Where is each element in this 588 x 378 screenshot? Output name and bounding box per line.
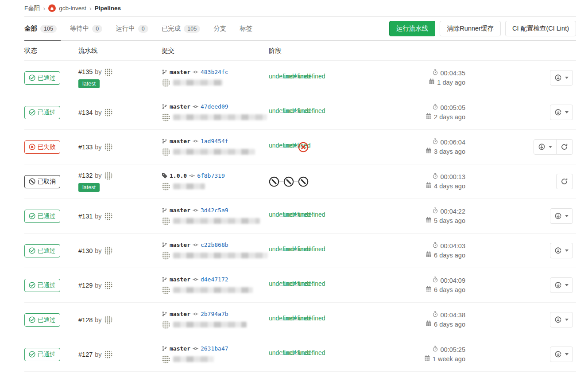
stage-success-icon[interactable]: undefined [269, 211, 279, 222]
tab-label: 分支 [213, 24, 226, 33]
status-badge[interactable]: 已通过 [24, 106, 60, 119]
user-avatar-identicon[interactable] [104, 171, 112, 180]
stage-success-icon[interactable]: undefined [298, 73, 309, 83]
user-avatar-identicon[interactable] [104, 68, 112, 76]
pipeline-id-link[interactable]: #135 [78, 68, 93, 75]
commit-hash-link[interactable]: 1ad9454f [201, 138, 228, 144]
pipeline-duration: 00:04:09 [390, 276, 465, 285]
commit-ref-link[interactable]: master [170, 242, 190, 248]
tab-all[interactable]: 全部 105 [24, 17, 61, 40]
artifacts-download-button[interactable] [550, 312, 573, 327]
stage-success-icon[interactable]: undefined [269, 73, 279, 83]
stopwatch-icon [432, 69, 438, 78]
pipeline-id-link[interactable]: #134 [78, 109, 93, 116]
tab-tags[interactable]: 标签 [236, 17, 256, 40]
commit-ref-link[interactable]: master [170, 69, 190, 75]
user-avatar-identicon[interactable] [104, 143, 112, 151]
commit-ref-link[interactable]: master [170, 138, 190, 144]
tab-pending[interactable]: 等待中 0 [66, 17, 106, 40]
user-avatar-identicon[interactable] [104, 246, 112, 255]
user-avatar-identicon[interactable] [104, 316, 112, 324]
stage-success-icon[interactable]: undefined [298, 107, 309, 118]
stage-success-icon[interactable]: undefined [283, 280, 294, 291]
stage-success-icon[interactable]: undefined [269, 246, 279, 256]
stage-canceled-icon[interactable] [269, 176, 279, 187]
pipeline-id-link[interactable]: #131 [78, 213, 93, 220]
stage-success-icon[interactable]: undefined [269, 315, 279, 325]
commit-ref-link[interactable]: master [170, 207, 190, 214]
status-badge[interactable]: 已通过 [24, 71, 60, 85]
artifacts-download-button[interactable] [550, 277, 573, 293]
commit-ref-link[interactable]: master [170, 103, 190, 110]
commit-icon [193, 104, 198, 109]
artifacts-download-button[interactable] [534, 139, 557, 155]
tab-running[interactable]: 运行中 0 [112, 17, 152, 40]
retry-pipeline-button[interactable] [556, 139, 573, 155]
stage-success-icon[interactable]: undefined [283, 73, 294, 83]
stage-success-icon[interactable]: undefined [298, 315, 309, 325]
commit-ref-link[interactable]: master [170, 345, 190, 352]
stage-failed-icon[interactable] [298, 142, 309, 152]
stage-canceled-icon[interactable] [283, 176, 294, 187]
stage-success-icon[interactable]: undefined [298, 211, 309, 222]
commit-hash-link[interactable]: 2631ba47 [201, 345, 228, 352]
commit-ref-link[interactable]: master [170, 276, 190, 283]
breadcrumb-namespace[interactable]: F嘉阳 [24, 4, 40, 12]
stage-canceled-icon[interactable] [298, 176, 309, 187]
stage-success-icon[interactable]: undefined [298, 280, 309, 291]
user-avatar-identicon[interactable] [104, 281, 112, 289]
ci-lint-button[interactable]: CI 配置检查(CI Lint) [505, 21, 576, 36]
commit-hash-link[interactable]: 6f8b7319 [197, 172, 225, 179]
clear-runner-cache-button[interactable]: 清除Runner缓存 [440, 21, 501, 36]
stage-success-icon[interactable]: undefined [298, 349, 309, 360]
artifacts-download-button[interactable] [550, 70, 573, 86]
stage-success-icon[interactable]: undefined [269, 142, 279, 152]
stage-success-icon[interactable]: undefined [283, 107, 294, 118]
artifacts-download-button[interactable] [550, 347, 573, 362]
commit-hash-link[interactable]: 2b794a7b [201, 311, 228, 317]
commit-cell: master483b24fc [162, 69, 269, 87]
tab-branches[interactable]: 分支 [209, 17, 230, 40]
run-pipeline-button[interactable]: 运行流水线 [389, 21, 436, 36]
status-badge[interactable]: 已失败 [24, 140, 60, 154]
breadcrumb-project[interactable]: gcb-invest [59, 5, 86, 12]
pipeline-id-link[interactable]: #133 [78, 144, 93, 151]
latest-badge: latest [78, 79, 100, 88]
user-avatar-identicon[interactable] [104, 350, 112, 359]
user-avatar-identicon[interactable] [104, 212, 112, 220]
retry-pipeline-button[interactable] [556, 174, 573, 189]
commit-hash-link[interactable]: 3d42c5a9 [201, 207, 228, 214]
user-avatar-identicon[interactable] [104, 108, 112, 117]
header-pipeline: 流水线 [78, 47, 162, 55]
stage-success-icon[interactable]: undefined [269, 349, 279, 360]
commit-hash-link[interactable]: 47deed09 [201, 103, 228, 110]
pipeline-id-link[interactable]: #129 [78, 282, 93, 289]
stage-success-icon[interactable]: undefined [283, 315, 294, 325]
stage-success-icon[interactable]: undefined [283, 211, 294, 222]
status-badge[interactable]: 已通过 [24, 348, 60, 361]
artifacts-download-button[interactable] [550, 243, 573, 258]
tab-finished[interactable]: 已完成 105 [158, 17, 204, 40]
stage-success-icon[interactable]: undefined [283, 246, 294, 256]
commit-ref-link[interactable]: 1.0.0 [170, 172, 187, 179]
artifacts-download-button[interactable] [550, 208, 573, 224]
status-badge[interactable]: 已通过 [24, 210, 60, 223]
pipeline-id-link[interactable]: #132 [78, 172, 93, 179]
pipeline-id-link[interactable]: #128 [78, 316, 93, 323]
pipeline-id-link[interactable]: #127 [78, 351, 93, 358]
artifacts-download-button[interactable] [550, 105, 573, 120]
status-badge[interactable]: 已通过 [24, 279, 60, 292]
commit-ref-link[interactable]: master [170, 311, 190, 317]
status-badge[interactable]: 已取消 [24, 175, 60, 188]
commit-hash-link[interactable]: 483b24fc [201, 69, 228, 75]
stage-success-icon[interactable]: undefined [269, 107, 279, 118]
status-badge[interactable]: 已通过 [24, 313, 60, 327]
stage-success-icon[interactable]: undefined [269, 280, 279, 291]
commit-hash-link[interactable]: d4e47172 [201, 276, 228, 283]
commit-hash-link[interactable]: c22b868b [201, 242, 228, 248]
stage-success-icon[interactable]: undefined [298, 246, 309, 256]
stage-success-icon[interactable]: undefined [283, 349, 294, 360]
status-badge[interactable]: 已通过 [24, 244, 60, 257]
pipeline-id-link[interactable]: #130 [78, 247, 93, 254]
stage-success-icon[interactable]: undefined [283, 142, 294, 152]
